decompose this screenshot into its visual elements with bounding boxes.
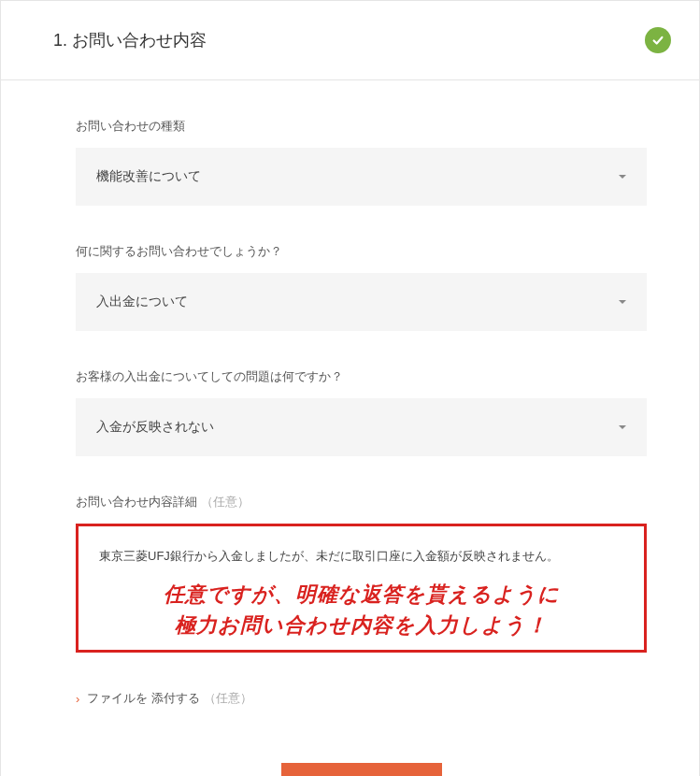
field-issue: お客様の入出金についてしての問題は何ですか？ 入金が反映されない [76,368,647,456]
select-value: 入出金について [96,294,188,310]
field-topic: 何に関するお問い合わせでしょうか？ 入出金について [76,243,647,331]
label-issue: お客様の入出金についてしての問題は何ですか？ [76,368,647,385]
field-details: お問い合わせ内容詳細（任意） 東京三菱UFJ銀行から入金しましたが、未だに取引口… [76,494,647,653]
chevron-down-icon [619,425,626,429]
label-details: お問い合わせ内容詳細（任意） [76,494,647,510]
details-text: 東京三菱UFJ銀行から入金しましたが、未だに取引口座に入金額が反映されません。 [99,547,623,567]
field-inquiry-type: お問い合わせの種類 機能改善について [76,118,647,206]
submit-row: 続ける [76,744,647,776]
check-complete-icon [645,27,671,53]
continue-button[interactable]: 続ける [281,763,442,776]
details-highlight-box: 東京三菱UFJ銀行から入金しましたが、未だに取引口座に入金額が反映されません。 … [76,524,647,653]
form-body: お問い合わせの種類 機能改善について 何に関するお問い合わせでしょうか？ 入出金… [1,80,699,776]
optional-hint: （任意） [204,690,252,707]
attach-file-link[interactable]: › ファイルを 添付する （任意） [76,690,647,707]
chevron-down-icon [619,175,626,179]
label-topic: 何に関するお問い合わせでしょうか？ [76,243,647,260]
form-header: 1. お問い合わせ内容 [1,1,699,80]
optional-hint: （任意） [201,495,250,509]
label-inquiry-type: お問い合わせの種類 [76,118,647,135]
details-textarea[interactable]: 東京三菱UFJ銀行から入金しましたが、未だに取引口座に入金額が反映されません。 … [80,528,642,648]
attach-label: ファイルを 添付する [87,690,200,707]
select-value: 入金が反映されない [96,419,214,436]
chevron-down-icon [619,300,626,304]
section-title: 1. お問い合わせ内容 [53,29,207,51]
select-issue[interactable]: 入金が反映されない [76,398,647,456]
annotation-overlay: 任意ですが、明確な返答を貰えるように 極力お問い合わせ内容を入力しよう！ [80,579,642,640]
select-topic[interactable]: 入出金について [76,273,647,331]
chevron-right-icon: › [76,692,79,706]
select-inquiry-type[interactable]: 機能改善について [76,148,647,206]
inquiry-form-panel: 1. お問い合わせ内容 お問い合わせの種類 機能改善について 何に関するお問い合… [0,0,700,776]
select-value: 機能改善について [96,168,201,185]
